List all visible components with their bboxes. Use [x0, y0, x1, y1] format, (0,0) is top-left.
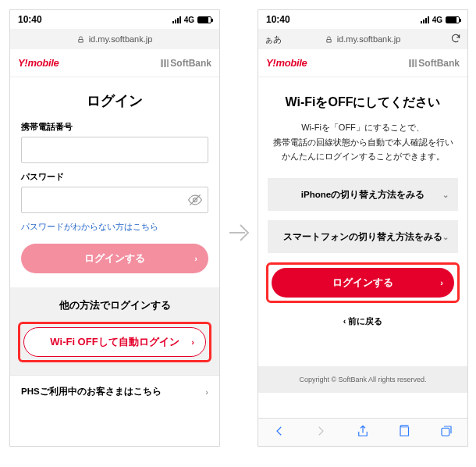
- phone-label: 携帯電話番号: [21, 121, 208, 133]
- network-label: 4G: [184, 16, 194, 24]
- address-bar[interactable]: id.my.softbank.jp: [10, 29, 219, 49]
- battery-icon: [197, 16, 211, 23]
- login-button-label: ログインする: [332, 276, 393, 290]
- password-label: パスワード: [21, 171, 208, 183]
- brand-bar: Y!mobile SoftBank: [258, 49, 467, 77]
- address-host: id.my.softbank.jp: [337, 34, 401, 44]
- safari-toolbar: [258, 418, 467, 446]
- svg-rect-2: [442, 428, 449, 436]
- share-button[interactable]: [356, 424, 370, 441]
- lock-icon: [77, 36, 84, 43]
- phone-screen-login: 10:40 4G id.my.softbank.jp Y!mobile Soft…: [9, 9, 220, 447]
- phs-link[interactable]: PHSご利用中のお客さまはこちら ›: [10, 375, 219, 408]
- text-size-button[interactable]: ぁあ: [265, 34, 282, 45]
- accordion-smartphone[interactable]: スマートフォンの切り替え方法をみる ⌄: [268, 220, 458, 253]
- status-bar: 10:40 4G: [10, 10, 219, 29]
- chevron-down-icon: ⌄: [442, 233, 449, 241]
- alt-login-title: 他の方法でログインする: [10, 298, 219, 312]
- page-title: Wi-FiをOFFにしてください: [258, 77, 467, 120]
- softbank-logo: SoftBank: [409, 58, 460, 69]
- wifi-off-login-button[interactable]: Wi-Fi OFFして自動ログイン ›: [23, 327, 206, 357]
- ymobile-logo: Y!mobile: [266, 57, 307, 69]
- signal-icon: [421, 16, 429, 23]
- login-button[interactable]: ログインする ›: [272, 268, 454, 298]
- address-host: id.my.softbank.jp: [89, 34, 153, 44]
- login-button-label: ログインする: [84, 251, 145, 266]
- chevron-right-icon: ›: [191, 337, 194, 347]
- bookmarks-button[interactable]: [398, 424, 412, 441]
- accordion-iphone[interactable]: iPhoneの切り替え方法をみる ⌄: [268, 178, 458, 211]
- brand-bar: Y!mobile SoftBank: [10, 49, 219, 77]
- login-button[interactable]: ログインする ›: [21, 244, 208, 273]
- lock-icon: [325, 36, 332, 43]
- nav-forward-button[interactable]: [314, 424, 328, 441]
- refresh-icon[interactable]: [450, 33, 461, 45]
- phone-input[interactable]: [21, 137, 208, 163]
- forgot-password-link[interactable]: パスワードがわからない方はこちら: [10, 221, 219, 244]
- wifi-off-login-label: Wi-Fi OFFして自動ログイン: [50, 335, 179, 349]
- wifi-off-content: Wi-FiをOFFにしてください Wi-Fiを「OFF」にすることで、 携帯電話…: [258, 77, 467, 418]
- tabs-button[interactable]: [439, 424, 453, 441]
- chevron-right-icon: ›: [440, 278, 443, 287]
- status-right: 4G: [172, 16, 211, 24]
- accordion-smartphone-label: スマートフォンの切り替え方法をみる: [283, 231, 442, 243]
- login-content: ログイン 携帯電話番号 パスワード パスワードがわからない方はこちら ログインす…: [10, 77, 219, 446]
- copyright: Copyright © SoftBank All rights reserved…: [258, 366, 467, 393]
- eye-off-icon[interactable]: [187, 192, 203, 208]
- page-title: ログイン: [10, 77, 219, 121]
- ymobile-logo: Y!mobile: [18, 57, 59, 69]
- highlight-box: Wi-Fi OFFして自動ログイン ›: [18, 322, 211, 362]
- flow-arrow-icon: [226, 219, 254, 247]
- chevron-down-icon: ⌄: [442, 191, 449, 199]
- phs-link-label: PHSご利用中のお客さまはこちら: [21, 386, 162, 397]
- chevron-right-icon: ›: [205, 387, 208, 397]
- signal-icon: [172, 16, 181, 23]
- battery-icon: [446, 16, 460, 23]
- status-time: 10:40: [18, 14, 42, 25]
- password-input[interactable]: [21, 187, 208, 213]
- status-bar: 10:40 4G: [258, 10, 467, 29]
- softbank-logo: SoftBank: [161, 58, 211, 69]
- nav-back-button[interactable]: [272, 424, 286, 441]
- highlight-box: ログインする ›: [266, 262, 460, 303]
- description: Wi-Fiを「OFF」にすることで、 携帯電話の回線状態から自動で本人確認を行い…: [258, 120, 467, 178]
- phone-screen-wifi-off: 10:40 4G ぁあ id.my.softbank.jp Y!mobile S…: [258, 9, 468, 447]
- chevron-right-icon: ›: [194, 254, 197, 263]
- status-right: 4G: [421, 16, 460, 24]
- alt-login-section: 他の方法でログインする Wi-Fi OFFして自動ログイン ›: [10, 287, 219, 375]
- accordion-iphone-label: iPhoneの切り替え方法をみる: [301, 189, 424, 201]
- address-bar[interactable]: ぁあ id.my.softbank.jp: [258, 29, 467, 49]
- network-label: 4G: [432, 16, 442, 24]
- back-link[interactable]: ‹ 前に戻る: [258, 309, 467, 343]
- status-time: 10:40: [266, 14, 290, 25]
